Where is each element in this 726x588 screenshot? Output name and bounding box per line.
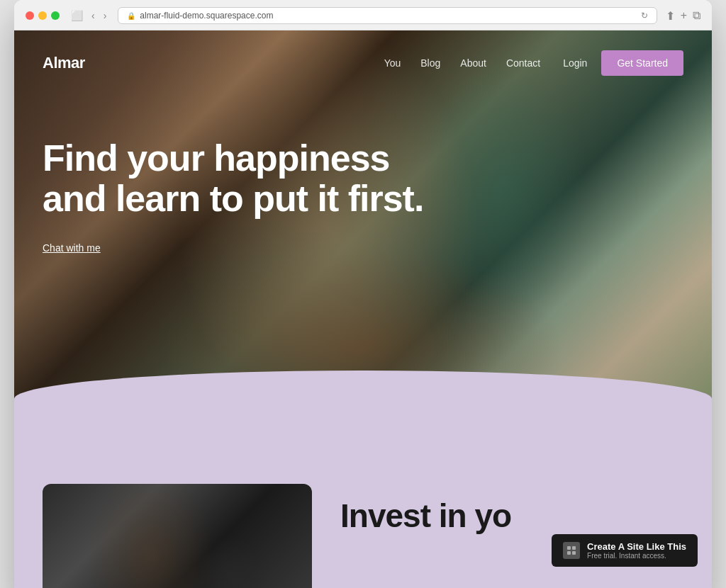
windows-button[interactable]: ⧉ <box>693 9 700 22</box>
share-button[interactable]: ⬆ <box>666 9 675 23</box>
back-button[interactable]: ‹ <box>89 9 98 23</box>
browser-window: ⬜ ‹ › 🔒 almar-fluid-demo.squarespace.com… <box>14 0 712 588</box>
svg-rect-3 <box>572 551 576 555</box>
navigation: Almar You Blog About Contact Login <box>14 30 712 96</box>
nav-item-blog[interactable]: Blog <box>420 57 440 69</box>
browser-chrome: ⬜ ‹ › 🔒 almar-fluid-demo.squarespace.com… <box>14 0 712 30</box>
section-transition <box>14 399 712 456</box>
traffic-lights <box>26 11 60 20</box>
close-button[interactable] <box>26 11 34 20</box>
squarespace-badge[interactable]: Create A Site Like This Free trial. Inst… <box>552 534 698 567</box>
badge-subtitle: Free trial. Instant access. <box>587 552 686 560</box>
svg-rect-0 <box>567 546 571 550</box>
second-section-text: Invest in yo <box>340 484 683 534</box>
maximize-button[interactable] <box>51 11 60 20</box>
badge-title: Create A Site Like This <box>587 541 686 552</box>
nav-item-you[interactable]: You <box>384 57 401 69</box>
hero-headline: Find your happiness and learn to put it … <box>43 138 454 219</box>
nav-item-contact[interactable]: Contact <box>506 57 540 69</box>
second-section-headline: Invest in yo <box>340 498 683 534</box>
hero-section: Almar You Blog About Contact Login <box>14 30 712 427</box>
refresh-icon[interactable]: ↻ <box>641 11 648 21</box>
nav-link-you[interactable]: You <box>384 57 401 69</box>
website: Almar You Blog About Contact Login <box>14 30 712 588</box>
address-bar[interactable]: 🔒 almar-fluid-demo.squarespace.com ↻ <box>118 7 657 24</box>
new-tab-button[interactable]: + <box>681 9 687 22</box>
svg-rect-2 <box>567 551 571 555</box>
login-link[interactable]: Login <box>563 57 587 69</box>
forward-button[interactable]: › <box>101 9 110 23</box>
nav-link-blog[interactable]: Blog <box>420 57 440 69</box>
url-text: almar-fluid-demo.squarespace.com <box>140 11 273 21</box>
minimize-button[interactable] <box>38 11 47 20</box>
nav-link-about[interactable]: About <box>460 57 486 69</box>
lock-icon: 🔒 <box>127 12 135 20</box>
nav-link-contact[interactable]: Contact <box>506 57 540 69</box>
browser-actions: ⬆ + ⧉ <box>666 9 700 23</box>
squarespace-icon <box>563 542 580 559</box>
chat-with-me-link[interactable]: Chat with me <box>43 242 101 254</box>
get-started-button[interactable]: Get Started <box>601 50 683 76</box>
site-logo[interactable]: Almar <box>43 54 85 72</box>
browser-controls: ⬜ ‹ › <box>68 9 109 23</box>
nav-item-about[interactable]: About <box>460 57 486 69</box>
svg-rect-1 <box>572 546 576 550</box>
hero-content: Find your happiness and learn to put it … <box>14 96 712 283</box>
second-section: Invest in yo <box>14 456 712 588</box>
second-section-image <box>43 484 312 588</box>
badge-text: Create A Site Like This Free trial. Inst… <box>587 541 686 560</box>
sidebar-toggle-button[interactable]: ⬜ <box>68 9 86 23</box>
nav-links: You Blog About Contact <box>384 57 541 69</box>
